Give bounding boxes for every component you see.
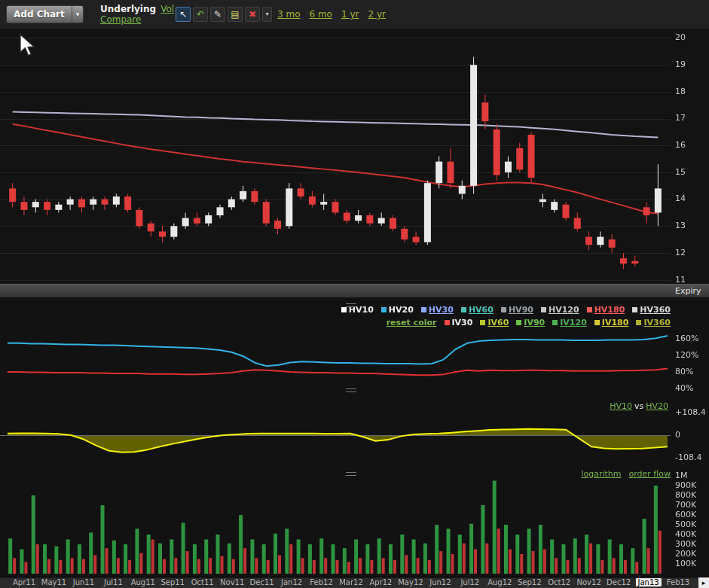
- hv20-link[interactable]: HV20: [646, 401, 668, 411]
- notes-tool-button[interactable]: ▤: [228, 7, 243, 22]
- vol-link[interactable]: Vol: [160, 4, 174, 14]
- time-range-links: 3 mo 6 mo 1 yr 2 yr: [277, 9, 386, 20]
- legend-item-iv180[interactable]: IV180: [594, 318, 629, 328]
- delete-tool-icon: ✖: [249, 10, 256, 19]
- x-axis-month-label: Jun12: [429, 578, 451, 586]
- legend-item-label: HV360: [640, 305, 671, 315]
- panel-resize-handle[interactable]: [346, 388, 356, 392]
- range-3mo-link[interactable]: 3 mo: [277, 9, 300, 20]
- hv10-link[interactable]: HV10: [610, 401, 632, 411]
- hv-spread-oscillator-chart[interactable]: [0, 401, 709, 470]
- series-color-marker: [594, 320, 600, 325]
- tools-dropdown-button[interactable]: ▾: [262, 7, 272, 22]
- legend-item-label: HV90: [509, 305, 533, 315]
- legend-item-hv20[interactable]: HV20: [381, 305, 414, 315]
- legend-item-iv90[interactable]: IV90: [516, 318, 545, 328]
- underlying-label: Underlying: [100, 4, 156, 14]
- legend-item-label: IV90: [524, 318, 545, 328]
- legend-item-label: reset color: [387, 318, 437, 328]
- range-1yr-link[interactable]: 1 yr: [341, 9, 359, 20]
- legend-item-label: HV120: [549, 305, 579, 315]
- legend-item-reset-color[interactable]: reset color: [387, 318, 437, 328]
- series-color-marker: [587, 307, 592, 312]
- legend-item-label: HV20: [389, 305, 414, 315]
- spread-panel-header: HV10vsHV20: [607, 401, 671, 411]
- tools-dropdown-icon: ▾: [265, 11, 268, 17]
- iv-legend-row: reset colorIV30IV60IV90IV120IV180IV360: [341, 318, 671, 328]
- legend-item-hv180[interactable]: HV180: [587, 305, 625, 315]
- undo-tool-icon: ↶: [197, 10, 204, 19]
- volatility-legend: HV10HV20HV30HV60HV90HV120HV180HV360 rese…: [341, 305, 671, 331]
- legend-item-label: IV180: [602, 318, 629, 328]
- x-axis-month-label: Sep12: [518, 578, 542, 586]
- series-color-marker: [632, 307, 637, 312]
- legend-item-hv30[interactable]: HV30: [421, 305, 454, 315]
- legend-item-iv60[interactable]: IV60: [480, 318, 509, 328]
- axis-scroll-right-icon[interactable]: ▸: [698, 577, 709, 588]
- x-axis-month-label: Oct11: [191, 578, 214, 586]
- legend-item-label: IV60: [487, 318, 509, 328]
- legend-item-label: IV30: [452, 318, 473, 328]
- pointer-tool-icon: ↖: [179, 10, 187, 19]
- x-axis-month-label: Apr12: [369, 578, 392, 586]
- x-axis-month-label: Dec11: [250, 578, 274, 586]
- x-axis-timeline[interactable]: ▸ Apr11May11Jun11Jul11Aug11Sep11Oct11Nov…: [0, 577, 709, 588]
- add-chart-button[interactable]: Add Chart ▾: [6, 5, 84, 23]
- top-toolbar: Add Chart ▾ UnderlyingVol Compare ↖↶✎▤✖▾…: [0, 0, 709, 29]
- volume-bar-chart[interactable]: [0, 470, 709, 577]
- legend-item-hv120[interactable]: HV120: [541, 305, 579, 315]
- volume-panel-header: logarithm order flow: [581, 469, 671, 479]
- x-axis-month-label: Nov12: [577, 578, 601, 586]
- legend-item-hv360[interactable]: HV360: [632, 305, 671, 315]
- x-axis-month-label: Dec12: [607, 578, 631, 586]
- x-axis-month-label: Aug11: [131, 578, 155, 586]
- draw-tool-icon: ✎: [214, 10, 222, 19]
- draw-tool-button[interactable]: ✎: [210, 7, 225, 22]
- legend-item-label: HV60: [469, 305, 494, 315]
- chart-mode-links: UnderlyingVol Compare: [100, 4, 174, 25]
- series-color-marker: [445, 320, 450, 325]
- expiry-section-bar[interactable]: Expiry: [0, 284, 709, 298]
- series-color-marker: [552, 320, 558, 325]
- series-color-marker: [636, 320, 641, 325]
- series-color-marker: [501, 307, 506, 312]
- x-axis-month-label: Jun11: [73, 578, 94, 586]
- add-chart-dropdown-icon[interactable]: ▾: [72, 6, 84, 23]
- series-color-marker: [516, 320, 521, 325]
- drawing-tool-group: ↖↶✎▤✖▾: [176, 7, 272, 22]
- legend-item-iv30[interactable]: IV30: [445, 318, 473, 328]
- order-flow-link[interactable]: order flow: [629, 469, 671, 479]
- x-axis-month-label: Jan13: [635, 578, 661, 586]
- x-axis-month-label: Mar12: [339, 578, 363, 586]
- legend-item-label: IV120: [560, 318, 587, 328]
- notes-tool-icon: ▤: [231, 10, 239, 19]
- x-axis-month-label: Jul12: [460, 578, 479, 586]
- legend-item-label: HV180: [594, 305, 625, 315]
- legend-item-iv120[interactable]: IV120: [552, 318, 587, 328]
- chart-application: Add Chart ▾ UnderlyingVol Compare ↖↶✎▤✖▾…: [0, 0, 709, 588]
- legend-item-label: IV360: [643, 318, 671, 328]
- undo-tool-button[interactable]: ↶: [193, 7, 208, 22]
- panel-resize-handle[interactable]: [346, 303, 356, 307]
- x-axis-month-label: Jul11: [104, 578, 123, 586]
- compare-link[interactable]: Compare: [100, 14, 141, 25]
- x-axis-month-label: Apr11: [13, 578, 35, 586]
- vs-label: vs: [634, 401, 643, 411]
- add-chart-label: Add Chart: [7, 9, 72, 20]
- x-axis-month-label: May11: [41, 578, 66, 586]
- legend-item-hv60[interactable]: HV60: [461, 305, 494, 315]
- legend-item-hv90[interactable]: HV90: [501, 305, 533, 315]
- logarithm-link[interactable]: logarithm: [581, 469, 621, 479]
- price-candlestick-chart[interactable]: [0, 29, 709, 284]
- pointer-tool-button[interactable]: ↖: [176, 7, 191, 22]
- series-color-marker: [480, 320, 485, 325]
- x-axis-month-label: May12: [398, 578, 423, 586]
- panel-resize-handle[interactable]: [346, 472, 356, 476]
- x-axis-month-label: Feb12: [310, 578, 332, 586]
- delete-tool-button[interactable]: ✖: [245, 7, 260, 22]
- legend-item-iv360[interactable]: IV360: [636, 318, 671, 328]
- range-6mo-link[interactable]: 6 mo: [309, 9, 332, 20]
- series-color-marker: [341, 307, 347, 312]
- range-2yr-link[interactable]: 2 yr: [368, 9, 385, 20]
- hv-legend-row: HV10HV20HV30HV60HV90HV120HV180HV360: [341, 305, 671, 315]
